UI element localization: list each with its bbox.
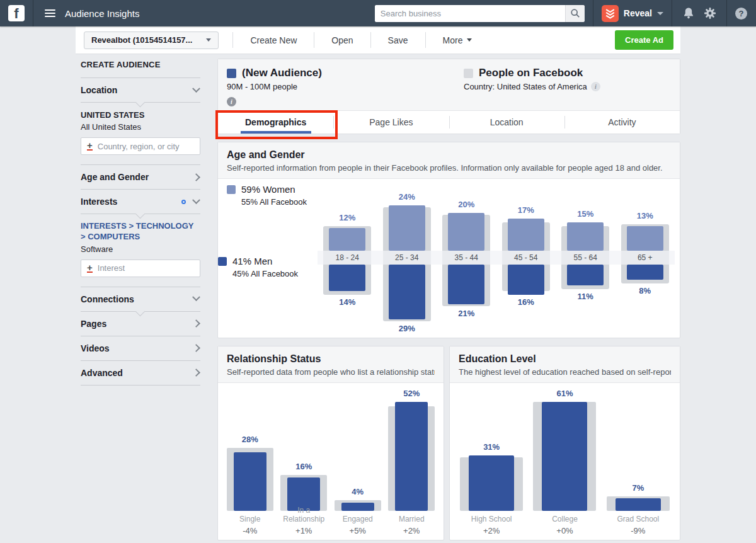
account-menu[interactable]: Reveal [602,5,663,22]
menu-icon[interactable] [45,9,55,17]
women-bar [329,228,365,251]
pages-label: Pages [81,319,193,329]
save-button[interactable]: Save [371,26,425,54]
bar-delta-label: +2% [385,526,439,535]
men-value-label: 21% [437,309,496,318]
bar-category-label: Married [385,515,439,523]
info-icon[interactable]: i [591,82,600,91]
bar-group: 28%Single-4% [223,383,277,539]
bar-group: 7%Grad School-9% [602,383,675,539]
chevron-down-icon [467,38,472,42]
women-bar [389,205,425,251]
value-bar [469,455,514,511]
more-button[interactable]: More [426,26,490,54]
audience-size: 90M - 100M people [227,82,464,91]
add-interest-icon: + [87,264,93,273]
women-value-label: 15% [556,209,616,219]
men-value-label: 11% [556,292,616,301]
men-value-label: 29% [377,324,437,333]
search-icon [570,8,580,18]
sidebar-item-videos[interactable]: Videos [81,336,200,360]
audience-toolbar: Revealbot (10154514157... Create New Ope… [76,26,680,54]
bell-icon [682,7,695,20]
sidebar-heading: CREATE AUDIENCE [81,55,200,77]
nav-divider [672,0,672,26]
search-button[interactable] [565,5,585,22]
tab-page-likes[interactable]: Page Likes [333,111,449,134]
nav-divider [33,0,33,26]
value-bar [234,452,266,511]
men-value-label: 16% [496,297,556,307]
settings-button[interactable] [702,5,718,21]
search-input[interactable] [375,5,565,22]
age-group: 24%29%25 - 34 [377,182,437,333]
value-bar [542,402,587,511]
open-button[interactable]: Open [314,26,370,54]
men-bar [329,265,365,291]
sidebar-item-advanced[interactable]: Advanced [81,360,200,385]
age-range-label: 55 - 64 [556,251,616,265]
add-location-icon: + [87,142,93,151]
create-new-button[interactable]: Create New [233,26,314,54]
bar-value-label: 31% [455,442,528,452]
facebook-logo[interactable]: f [8,5,25,21]
bar-category-label: Single [223,515,277,523]
bar-category-label: College [528,515,601,523]
bar-category-label: High School [455,515,528,523]
interest-input[interactable] [98,263,194,273]
bar-value-label: 28% [223,435,277,444]
age-group: 15%11%55 - 64 [556,182,616,333]
value-bar [395,402,428,511]
create-ad-button[interactable]: Create Ad [615,30,673,50]
tab-activity[interactable]: Activity [564,111,680,134]
reveal-app-icon [602,5,619,22]
tab-demographics[interactable]: Demographics [218,111,333,134]
people-on-facebook-column: People on Facebook Country: United State… [464,67,671,106]
connections-panel [81,311,200,312]
age-gender-chart: 12%14%18 - 2424%29%25 - 3420%21%35 - 441… [318,182,675,333]
sidebar-item-age-gender[interactable]: Age and Gender [81,164,200,189]
info-icon[interactable]: i [227,97,236,106]
bar-group: 4%Engaged+5% [331,383,385,539]
age-range-label: 35 - 44 [437,251,496,265]
notifications-button[interactable] [680,5,697,21]
audience-title: (New Audience) [242,67,322,79]
nav-divider [726,0,727,26]
value-bar [616,498,661,511]
relationship-status-chart: 28%Single-4%16%In a Relationship+1%4%Eng… [223,383,438,539]
bar-group: 16%In a Relationship+1% [277,383,331,539]
app-title: Audience Insights [65,8,139,19]
interests-breadcrumb[interactable]: INTERESTS > TECHNOLOGY > COMPUTERS [81,221,200,243]
bar-value-label: 7% [602,483,675,493]
men-bar [508,265,544,295]
age-group: 12%14%18 - 24 [318,182,377,333]
women-value-label: 20% [437,200,496,209]
interests-panel: INTERESTS > TECHNOLOGY > COMPUTERS Softw… [81,214,200,287]
audience-dropdown[interactable]: Revealbot (10154514157... [84,31,219,49]
bar-delta-label: -9% [602,526,675,535]
bar-value-label: 52% [385,389,439,398]
new-audience-column: (New Audience) 90M - 100M people i [227,67,464,106]
women-bar [508,219,544,251]
age-range-label: 65 + [616,251,675,265]
section-title: Relationship Status [227,353,435,365]
men-benchmark-value: 45% All Facebook [232,269,311,278]
help-button[interactable]: ? [735,8,747,20]
age-range-label: 25 - 34 [377,251,437,265]
education-level-chart: 31%High School+2%61%College+0%7%Grad Sch… [455,383,675,539]
chevron-right-icon [192,319,200,328]
tab-location[interactable]: Location [449,111,564,134]
men-legend: 41% Men 45% All Facebook [218,256,311,278]
women-value-label: 17% [496,205,556,215]
men-value-label: 14% [318,297,377,307]
location-input[interactable] [98,142,194,151]
age-gender-body: 59% Women 55% All Facebook 41% Men 45% A… [218,179,680,338]
bar-group: 31%High School+2% [455,383,528,539]
women-bar [448,213,484,251]
nav-divider [593,0,593,26]
age-range-label: 18 - 24 [318,251,377,265]
section-title: Age and Gender [227,149,671,161]
benchmark-title: People on Facebook [479,67,583,79]
chevron-right-icon [192,344,200,352]
age-group: 17%16%45 - 54 [496,182,556,333]
